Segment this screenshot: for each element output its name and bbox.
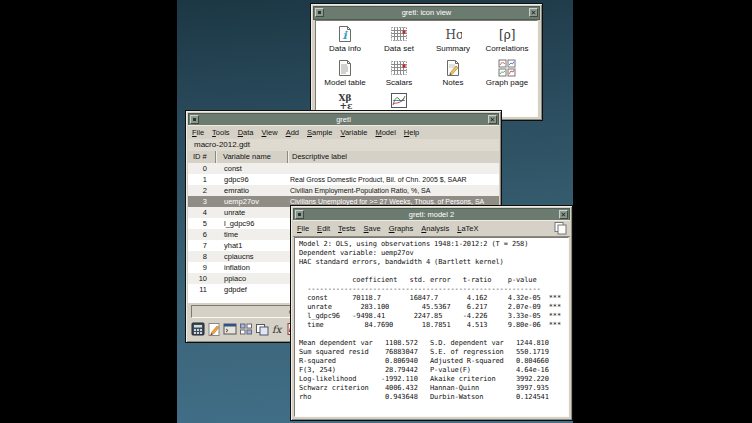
variable-name: ppiaco — [216, 273, 288, 284]
icon-view-title: gretl: icon view — [402, 8, 452, 18]
icon-model[interactable]: Xβ+ε — [318, 92, 372, 111]
calculator-icon[interactable] — [190, 322, 205, 337]
icon-label: Graph page — [480, 78, 534, 87]
menu-sample[interactable]: Sample — [303, 128, 336, 137]
icon-graph[interactable] — [372, 92, 426, 111]
window-menu-button[interactable] — [315, 8, 324, 17]
variable-id: 7 — [188, 240, 216, 251]
variable-id: 1 — [188, 174, 216, 185]
variable-id: 10 — [188, 273, 216, 284]
menu-file[interactable]: File — [188, 128, 208, 137]
variable-name: time — [216, 229, 288, 240]
main-title: gretl — [336, 115, 351, 125]
graph-icon — [390, 92, 408, 110]
icon-graph-page[interactable]: Graph page — [480, 59, 534, 87]
icon-scalars[interactable]: Scalars — [372, 59, 426, 87]
model-equation-icon: Xβ+ε — [336, 92, 354, 110]
svg-text:+ε: +ε — [340, 101, 353, 110]
icon-data-info[interactable]: i Data info — [318, 25, 372, 53]
correlations-icon: [ρ] — [498, 25, 516, 43]
close-icon[interactable]: ✕ — [529, 8, 538, 17]
edit-script-icon[interactable] — [206, 322, 221, 337]
menu-view[interactable]: View — [257, 128, 281, 137]
variable-name: yhat1 — [216, 240, 288, 251]
info-document-icon: i — [336, 25, 354, 43]
variable-name: l_gdpc96 — [216, 218, 288, 229]
icon-model-table[interactable]: Model table — [318, 59, 372, 87]
icon-view-content: i Data info Data set Hσ Summary [ρ] Corr… — [315, 20, 538, 117]
data-grid-icon — [390, 25, 408, 43]
model-title: gretl: model 2 — [409, 210, 454, 220]
summary-stats-icon: Hσ — [444, 25, 462, 43]
close-icon[interactable]: ✕ — [559, 210, 568, 219]
dataset-name: macro-2012.gdt — [188, 139, 499, 151]
graph-page-icon — [498, 59, 516, 77]
variable-id: 5 — [188, 218, 216, 229]
variable-name: uemp27ov — [216, 196, 288, 207]
menu-edit[interactable]: Edit — [313, 224, 334, 233]
icon-view-icon[interactable] — [238, 322, 253, 337]
svg-text:fx: fx — [272, 324, 283, 335]
notes-icon — [444, 59, 462, 77]
variable-row[interactable]: 1gdpc96Real Gross Domestic Product, Bil.… — [188, 174, 499, 185]
variable-row[interactable]: 0const — [188, 163, 499, 174]
menu-add[interactable]: Add — [282, 128, 303, 137]
model-menubar: File Edit Tests Save Graphs Analysis LaT… — [293, 220, 570, 237]
menu-variable[interactable]: Variable — [336, 128, 371, 137]
variable-name: emratio — [216, 185, 288, 196]
variable-name: gdpc96 — [216, 174, 288, 185]
function-reference-icon[interactable]: fx — [270, 322, 285, 337]
icon-notes[interactable]: Notes — [426, 59, 480, 87]
icon-correlations[interactable]: [ρ] Correlations — [480, 25, 534, 53]
variable-name: gdpdef — [216, 284, 288, 295]
main-menubar: File Tools Data View Add Sample Variable… — [188, 125, 499, 140]
menu-model[interactable]: Model — [371, 128, 399, 137]
variable-name: cpiaucns — [216, 251, 288, 262]
variable-id: 6 — [188, 229, 216, 240]
variable-label: Civilian Employment-Population Ratio, %,… — [288, 185, 499, 196]
column-id[interactable]: ID # — [188, 151, 216, 163]
model-output-area: Model 2: OLS, using observations 1948:1-… — [294, 237, 569, 417]
menu-latex[interactable]: LaTeX — [453, 224, 482, 233]
model-output-text: Model 2: OLS, using observations 1948:1-… — [295, 238, 568, 404]
session-windows-icon[interactable] — [254, 322, 269, 337]
screen: gretl: icon view ✕ i Data info Data set … — [0, 0, 752, 423]
menu-save[interactable]: Save — [360, 224, 385, 233]
column-variable-name[interactable]: Variable name — [216, 151, 288, 163]
menu-graphs[interactable]: Graphs — [385, 224, 418, 233]
variable-id: 11 — [188, 284, 216, 295]
window-menu-button[interactable] — [295, 210, 304, 219]
icon-label: Correlations — [480, 44, 534, 53]
icon-label: Model table — [318, 78, 372, 87]
menu-analysis[interactable]: Analysis — [417, 224, 453, 233]
icon-label: Notes — [426, 78, 480, 87]
copy-icon[interactable] — [552, 221, 568, 235]
variable-label: Real Gross Domestic Product, Bil. of Chn… — [288, 174, 499, 185]
icon-label: Data info — [318, 44, 372, 53]
variable-id: 3 — [188, 196, 216, 207]
menu-help[interactable]: Help — [400, 128, 423, 137]
variable-row[interactable]: 2emratioCivilian Employment-Population R… — [188, 185, 499, 196]
variable-name: inflation — [216, 262, 288, 273]
icon-view-titlebar[interactable]: gretl: icon view ✕ — [313, 6, 540, 20]
variable-name: const — [216, 163, 288, 174]
variable-id: 2 — [188, 185, 216, 196]
variable-label — [288, 163, 499, 174]
icon-summary[interactable]: Hσ Summary — [426, 25, 480, 53]
icon-data-set[interactable]: Data set — [372, 25, 426, 53]
close-icon[interactable]: ✕ — [488, 115, 497, 124]
variable-id: 0 — [188, 163, 216, 174]
variable-id: 8 — [188, 251, 216, 262]
console-icon[interactable] — [222, 322, 237, 337]
menu-data[interactable]: Data — [234, 128, 258, 137]
model-window: gretl: model 2 ✕ File Edit Tests Save Gr… — [290, 205, 573, 421]
menu-tools[interactable]: Tools — [208, 128, 234, 137]
model-table-icon — [336, 59, 354, 77]
variable-name: unrate — [216, 207, 288, 218]
window-menu-button[interactable] — [190, 115, 199, 124]
svg-text:Hσ: Hσ — [446, 28, 463, 42]
menu-file[interactable]: File — [293, 224, 313, 233]
menu-tests[interactable]: Tests — [334, 224, 360, 233]
column-descriptive-label[interactable]: Descriptive label — [288, 151, 499, 163]
icon-label: Summary — [426, 44, 480, 53]
